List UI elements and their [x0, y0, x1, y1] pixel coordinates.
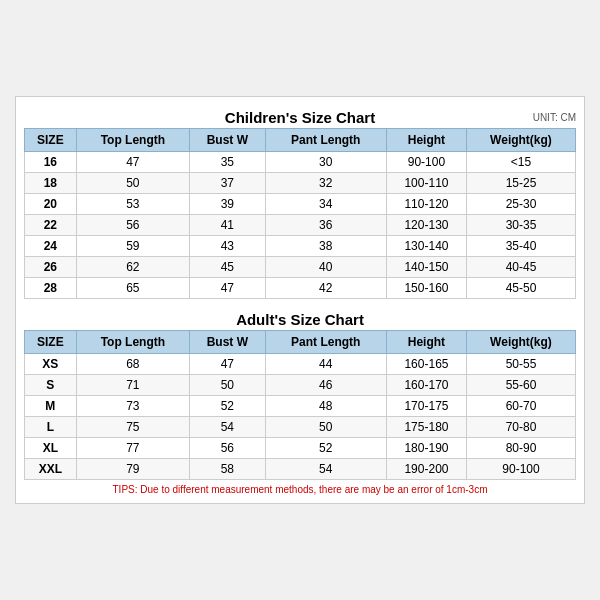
table-cell: 65 — [76, 278, 189, 299]
table-cell: 39 — [190, 194, 266, 215]
unit-label: UNIT: CM — [533, 112, 576, 123]
table-row: 24594338130-14035-40 — [25, 236, 576, 257]
table-cell: 22 — [25, 215, 77, 236]
table-cell: 45-50 — [466, 278, 575, 299]
table-row: 28654742150-16045-50 — [25, 278, 576, 299]
children-col-toplength: Top Length — [76, 129, 189, 152]
table-cell: 48 — [265, 396, 386, 417]
table-cell: 53 — [76, 194, 189, 215]
children-header-row: SIZE Top Length Bust W Pant Length Heigh… — [25, 129, 576, 152]
table-cell: 41 — [190, 215, 266, 236]
tips-text: TIPS: Due to different measurement metho… — [24, 484, 576, 495]
table-cell: 50 — [265, 417, 386, 438]
table-cell: 20 — [25, 194, 77, 215]
table-cell: 42 — [265, 278, 386, 299]
table-cell: 50 — [76, 173, 189, 194]
table-row: 22564136120-13030-35 — [25, 215, 576, 236]
table-cell: 18 — [25, 173, 77, 194]
adults-col-bustw: Bust W — [190, 331, 266, 354]
table-cell: 52 — [265, 438, 386, 459]
table-cell: 32 — [265, 173, 386, 194]
table-cell: 35-40 — [466, 236, 575, 257]
table-cell: 150-160 — [386, 278, 466, 299]
table-row: L755450175-18070-80 — [25, 417, 576, 438]
table-cell: 25-30 — [466, 194, 575, 215]
adults-table: SIZE Top Length Bust W Pant Length Heigh… — [24, 330, 576, 480]
table-cell: 30 — [265, 152, 386, 173]
table-cell: 38 — [265, 236, 386, 257]
children-col-size: SIZE — [25, 129, 77, 152]
table-cell: 47 — [76, 152, 189, 173]
chart-container: Children's Size Chart UNIT: CM SIZE Top … — [15, 96, 585, 504]
table-cell: 100-110 — [386, 173, 466, 194]
table-cell: 68 — [76, 354, 189, 375]
adults-col-weight: Weight(kg) — [466, 331, 575, 354]
adults-col-pantlength: Pant Length — [265, 331, 386, 354]
table-cell: 71 — [76, 375, 189, 396]
table-cell: 50-55 — [466, 354, 575, 375]
table-cell: XS — [25, 354, 77, 375]
table-cell: XXL — [25, 459, 77, 480]
table-cell: 175-180 — [386, 417, 466, 438]
adults-title-row: Adult's Size Chart — [24, 307, 576, 330]
table-cell: 45 — [190, 257, 266, 278]
adults-header-row: SIZE Top Length Bust W Pant Length Heigh… — [25, 331, 576, 354]
adults-col-size: SIZE — [25, 331, 77, 354]
table-cell: 44 — [265, 354, 386, 375]
table-cell: 90-100 — [386, 152, 466, 173]
table-cell: 110-120 — [386, 194, 466, 215]
table-cell: 77 — [76, 438, 189, 459]
table-cell: 180-190 — [386, 438, 466, 459]
table-cell: 24 — [25, 236, 77, 257]
children-title-row: Children's Size Chart UNIT: CM — [24, 105, 576, 128]
children-col-height: Height — [386, 129, 466, 152]
table-row: M735248170-17560-70 — [25, 396, 576, 417]
children-col-pantlength: Pant Length — [265, 129, 386, 152]
table-cell: 54 — [190, 417, 266, 438]
table-row: S715046160-17055-60 — [25, 375, 576, 396]
table-cell: <15 — [466, 152, 575, 173]
table-cell: 55-60 — [466, 375, 575, 396]
table-cell: 56 — [190, 438, 266, 459]
table-cell: 80-90 — [466, 438, 575, 459]
table-cell: 62 — [76, 257, 189, 278]
table-cell: 54 — [265, 459, 386, 480]
table-cell: 30-35 — [466, 215, 575, 236]
table-row: 18503732100-11015-25 — [25, 173, 576, 194]
children-title: Children's Size Chart — [225, 109, 375, 126]
table-cell: 120-130 — [386, 215, 466, 236]
table-cell: 75 — [76, 417, 189, 438]
table-cell: 40 — [265, 257, 386, 278]
table-row: XXL795854190-20090-100 — [25, 459, 576, 480]
table-cell: 140-150 — [386, 257, 466, 278]
table-cell: 160-165 — [386, 354, 466, 375]
table-cell: 34 — [265, 194, 386, 215]
table-cell: 47 — [190, 354, 266, 375]
table-row: 1647353090-100<15 — [25, 152, 576, 173]
adults-col-toplength: Top Length — [76, 331, 189, 354]
table-cell: 60-70 — [466, 396, 575, 417]
table-cell: 52 — [190, 396, 266, 417]
table-cell: 36 — [265, 215, 386, 236]
table-cell: 160-170 — [386, 375, 466, 396]
table-cell: 73 — [76, 396, 189, 417]
table-cell: 43 — [190, 236, 266, 257]
table-cell: S — [25, 375, 77, 396]
table-cell: 50 — [190, 375, 266, 396]
table-cell: XL — [25, 438, 77, 459]
table-cell: 130-140 — [386, 236, 466, 257]
table-cell: 47 — [190, 278, 266, 299]
adults-title: Adult's Size Chart — [236, 311, 364, 328]
table-row: XS684744160-16550-55 — [25, 354, 576, 375]
table-cell: 170-175 — [386, 396, 466, 417]
table-cell: 79 — [76, 459, 189, 480]
table-cell: 15-25 — [466, 173, 575, 194]
table-cell: 35 — [190, 152, 266, 173]
children-table: SIZE Top Length Bust W Pant Length Heigh… — [24, 128, 576, 299]
table-cell: 59 — [76, 236, 189, 257]
table-cell: 37 — [190, 173, 266, 194]
table-cell: 90-100 — [466, 459, 575, 480]
table-cell: 70-80 — [466, 417, 575, 438]
table-cell: 28 — [25, 278, 77, 299]
table-row: 20533934110-12025-30 — [25, 194, 576, 215]
